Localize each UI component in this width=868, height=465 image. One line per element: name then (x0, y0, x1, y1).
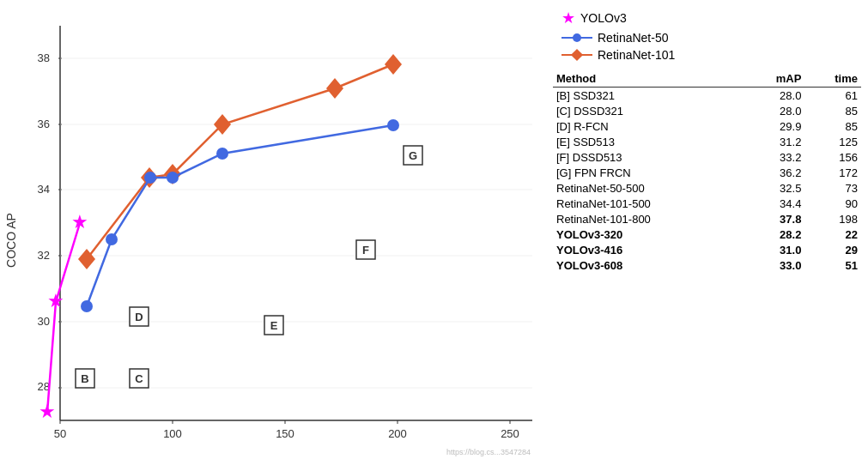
svg-text:30: 30 (38, 315, 50, 328)
svg-text:34: 34 (38, 183, 50, 196)
table-row: YOLOv3-60833.051 (553, 257, 861, 273)
col-map: mAP (744, 70, 804, 88)
col-time: time (804, 70, 861, 88)
data-table-container: Method mAP time [B] SSD32128.061[C] DSSD… (553, 70, 861, 456)
cell-map: 32.5 (744, 180, 804, 196)
cell-method: RetinaNet-50-500 (553, 180, 744, 196)
legend-retinanet101-label: RetinaNet-101 (598, 48, 675, 62)
cell-time: 90 (804, 196, 861, 211)
cell-time: 172 (804, 165, 861, 180)
cell-time: 29 (804, 242, 861, 257)
svg-text:★: ★ (39, 401, 56, 422)
chart-svg: 28 30 32 34 36 38 50 (0, 0, 549, 465)
table-row: [E] SSD51331.2125 (553, 134, 861, 149)
cell-map: 31.0 (744, 242, 804, 257)
table-row: RetinaNet-101-80037.8198 (553, 211, 861, 226)
svg-text:C: C (135, 372, 143, 385)
retinanet101-diamond-icon (571, 49, 583, 61)
cell-map: 33.0 (744, 257, 804, 273)
svg-text:100: 100 (163, 427, 182, 440)
legend-retinanet101: RetinaNet-101 (561, 48, 861, 62)
cell-time: 156 (804, 149, 861, 165)
yolov3-star-icon: ★ (561, 9, 575, 27)
cell-map: 28.2 (744, 226, 804, 242)
legend: ★ YOLOv3 RetinaNet-50 RetinaNet-101 (553, 9, 861, 62)
svg-text:F: F (362, 244, 369, 257)
svg-text:B: B (81, 372, 88, 385)
table-row: RetinaNet-101-50034.490 (553, 196, 861, 211)
svg-text:E: E (270, 319, 278, 332)
svg-text:★: ★ (71, 211, 88, 232)
cell-time: 198 (804, 211, 861, 226)
legend-yolov3-label: YOLOv3 (580, 11, 627, 25)
col-method: Method (553, 70, 744, 88)
svg-rect-0 (0, 0, 549, 465)
cell-method: [B] SSD321 (553, 88, 744, 104)
svg-point-43 (387, 119, 399, 131)
svg-text:250: 250 (501, 427, 519, 440)
cell-map: 33.2 (744, 149, 804, 165)
cell-map: 29.9 (744, 118, 804, 134)
svg-text:D: D (135, 311, 143, 323)
cell-method: YOLOv3-320 (553, 226, 744, 242)
chart-area: 28 30 32 34 36 38 50 (0, 0, 549, 465)
cell-method: [E] SSD513 (553, 134, 744, 149)
cell-time: 22 (804, 226, 861, 242)
cell-method: [C] DSSD321 (553, 103, 744, 118)
cell-time: 85 (804, 103, 861, 118)
cell-time: 51 (804, 257, 861, 273)
right-panel: ★ YOLOv3 RetinaNet-50 RetinaNet-101 (549, 0, 868, 465)
svg-point-38 (81, 300, 93, 312)
cell-method: [D] R-FCN (553, 118, 744, 134)
table-row: [D] R-FCN29.985 (553, 118, 861, 134)
legend-retinanet50: RetinaNet-50 (561, 31, 861, 45)
legend-retinanet50-label: RetinaNet-50 (598, 31, 669, 45)
cell-method: [G] FPN FRCN (553, 165, 744, 180)
cell-method: RetinaNet-101-500 (553, 196, 744, 211)
cell-map: 37.8 (744, 211, 804, 226)
svg-text:32: 32 (38, 249, 50, 262)
svg-text:https://blog.cs...3547284: https://blog.cs...3547284 (446, 448, 531, 456)
svg-text:COCO AP: COCO AP (4, 213, 18, 268)
table-row: [G] FPN FRCN36.2172 (553, 165, 861, 180)
svg-point-41 (167, 172, 179, 184)
cell-map: 34.4 (744, 196, 804, 211)
cell-method: [F] DSSD513 (553, 149, 744, 165)
cell-time: 125 (804, 134, 861, 149)
cell-time: 85 (804, 118, 861, 134)
svg-text:G: G (409, 149, 417, 162)
table-row: YOLOv3-41631.029 (553, 242, 861, 257)
svg-text:50: 50 (54, 427, 66, 440)
svg-point-39 (106, 233, 118, 245)
svg-point-42 (216, 148, 228, 160)
svg-text:★: ★ (47, 290, 64, 311)
legend-yolov3: ★ YOLOv3 (561, 9, 861, 27)
cell-map: 28.0 (744, 88, 804, 104)
results-table: Method mAP time [B] SSD32128.061[C] DSSD… (553, 70, 861, 273)
table-row: [B] SSD32128.061 (553, 88, 861, 104)
main-container: 28 30 32 34 36 38 50 (0, 0, 868, 465)
cell-method: YOLOv3-416 (553, 242, 744, 257)
svg-text:200: 200 (388, 427, 407, 440)
cell-time: 73 (804, 180, 861, 196)
cell-method: YOLOv3-608 (553, 257, 744, 273)
svg-point-40 (144, 172, 156, 184)
cell-map: 36.2 (744, 165, 804, 180)
svg-text:36: 36 (38, 118, 50, 130)
table-row: [C] DSSD32128.085 (553, 103, 861, 118)
table-row: [F] DSSD51333.2156 (553, 149, 861, 165)
svg-text:150: 150 (276, 427, 294, 440)
cell-method: RetinaNet-101-800 (553, 211, 744, 226)
svg-text:38: 38 (38, 51, 50, 64)
table-row: RetinaNet-50-50032.573 (553, 180, 861, 196)
table-row: YOLOv3-32028.222 (553, 226, 861, 242)
cell-time: 61 (804, 88, 861, 104)
cell-map: 28.0 (744, 103, 804, 118)
cell-map: 31.2 (744, 134, 804, 149)
